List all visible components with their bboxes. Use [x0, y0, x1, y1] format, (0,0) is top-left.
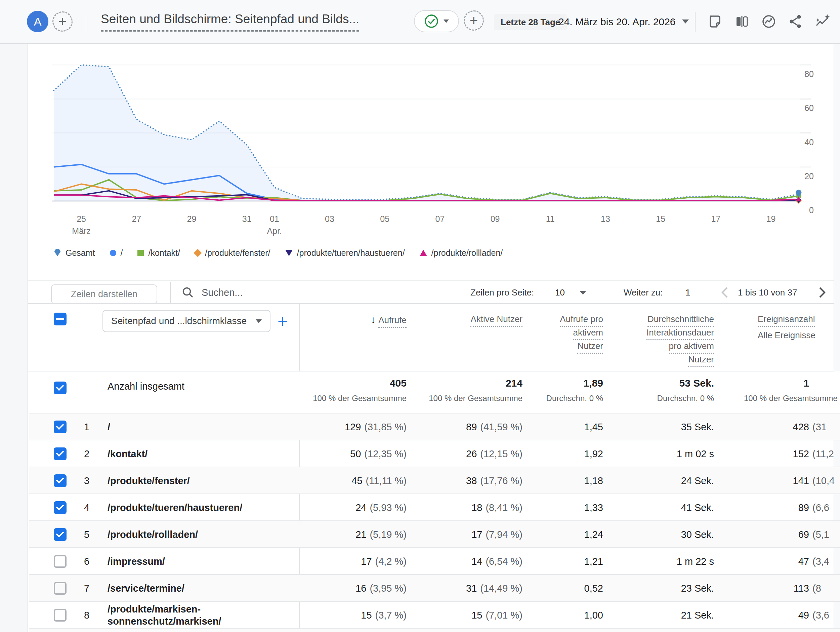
svg-text:80: 80: [804, 69, 814, 79]
cell-aufrufe: 129(31,85 %): [345, 413, 407, 440]
chevron-down-icon[interactable]: [682, 19, 689, 24]
cell-aktive-nutzer: 15(7,01 %): [471, 602, 523, 629]
cell-ereignisanzahl: 113(8: [794, 575, 809, 602]
row-path: /service/termine/: [107, 575, 272, 602]
divider: [87, 13, 87, 31]
search-field[interactable]: Suchen...: [182, 284, 243, 301]
search-placeholder: Suchen...: [202, 284, 243, 301]
plot-rows-button[interactable]: Zeilen darstellen: [51, 284, 157, 304]
column-header-ereignisanzahl[interactable]: Ereignisanzahl Alle Ereignisse: [758, 314, 834, 344]
cell-aufrufe: 50(12,35 %): [350, 440, 407, 467]
previous-page-icon[interactable]: [719, 286, 731, 299]
cell-ereignisanzahl: 47(3,4: [798, 548, 809, 575]
row-checkbox[interactable]: [54, 609, 66, 622]
row-path: /: [107, 413, 272, 440]
svg-text:29: 29: [187, 214, 197, 223]
cell-aufrufe-pro-nutzer: 0,52: [584, 575, 603, 602]
row-number: 8: [77, 602, 97, 629]
cell-aufrufe-pro-nutzer: 1,24: [584, 521, 603, 548]
row-checkbox[interactable]: [54, 501, 66, 514]
date-range-chip[interactable]: Letzte 28 Tage: [494, 14, 567, 30]
totals-aufrufe-sub: 100 % der Gesamtsumme: [313, 394, 407, 403]
share-icon[interactable]: [788, 13, 804, 30]
legend-label: /produkte/tueren/haustueren/: [297, 248, 405, 258]
chevron-down-icon[interactable]: [580, 291, 586, 295]
column-header-interaktionsdauer[interactable]: Durchschnittliche Interaktionsdauer pro …: [646, 314, 714, 368]
cell-aufrufe: 15(3,7 %): [361, 602, 407, 629]
diamond-marker-icon: [194, 249, 202, 257]
circle-marker-icon: [110, 250, 116, 256]
avatar[interactable]: A: [27, 11, 48, 32]
legend-item: /kontakt/: [137, 248, 180, 258]
check-circle-icon: [424, 14, 439, 29]
row-checkbox[interactable]: [54, 528, 66, 541]
row-path: /produkte/rollladen/: [107, 521, 272, 548]
column-header-aufrufe[interactable]: ↓Aufrufe: [371, 314, 407, 328]
totals-apn: 1,89: [584, 377, 603, 389]
totals-label: Anzahl insgesamt: [107, 371, 185, 401]
totals-checkbox[interactable]: [54, 382, 66, 394]
cell-aufrufe-pro-nutzer: 1,00: [584, 602, 603, 629]
dimension-select[interactable]: Seitenpfad und ...ldschirmklasse: [103, 310, 270, 332]
cell-aktive-nutzer: 26(12,15 %): [466, 440, 523, 467]
svg-text:15: 15: [656, 214, 665, 223]
row-checkbox[interactable]: [54, 582, 66, 595]
totals-row: Anzahl insgesamt 405 100 % der Gesamtsum…: [29, 371, 840, 413]
legend-item: /produkte/fenster/: [195, 248, 270, 258]
add-report-button[interactable]: +: [52, 11, 73, 32]
totals-nutzer-sub: 100 % der Gesamtsumme: [429, 394, 523, 403]
svg-text:März: März: [72, 226, 91, 236]
next-page-icon[interactable]: [816, 286, 828, 299]
row-path: /kontakt/: [107, 440, 272, 467]
report-title[interactable]: Seiten und Bildschirme: Seitenpfad und B…: [101, 12, 359, 32]
legend-item: Gesamt: [54, 248, 95, 258]
select-all-checkbox[interactable]: [54, 313, 66, 325]
legend-item: /produkte/rollladen/: [420, 248, 503, 258]
rows-per-page-label: Zeilen pro Seite:: [471, 287, 534, 299]
column-header-aktive-nutzer[interactable]: Aktive Nutzer: [471, 314, 523, 328]
notes-icon[interactable]: [707, 13, 723, 30]
svg-text:20: 20: [804, 171, 814, 181]
add-dimension-button[interactable]: +: [278, 311, 287, 331]
row-checkbox[interactable]: [54, 421, 66, 433]
row-checkbox[interactable]: [54, 555, 66, 568]
triangle-down-marker-icon: [285, 250, 293, 256]
svg-text:Apr.: Apr.: [267, 226, 282, 236]
row-checkbox[interactable]: [54, 447, 66, 460]
date-range-value[interactable]: 24. März bis 20. Apr. 2026: [559, 16, 676, 28]
cell-aktive-nutzer: 31(14,49 %): [466, 575, 523, 602]
table-row: 5/produkte/rollladen/21(5,19 %)17(7,94 %…: [29, 520, 840, 547]
table-row: 4/produkte/tueren/haustueren/24(5,93 %)1…: [29, 494, 840, 520]
sparkline-insights-icon[interactable]: [815, 13, 831, 30]
totals-nutzer: 214: [506, 377, 523, 389]
cell-aufrufe-pro-nutzer: 1,33: [584, 494, 603, 521]
report-status-button[interactable]: [414, 10, 459, 32]
cell-aufrufe-pro-nutzer: 1,45: [584, 413, 603, 440]
row-number: 7: [77, 575, 97, 602]
chart-legend: Gesamt//kontakt//produkte/fenster//produ…: [54, 248, 503, 258]
legend-item: /produkte/tueren/haustueren/: [285, 248, 405, 258]
legend-item: /: [110, 248, 123, 258]
droplet-marker-icon: [54, 249, 61, 258]
cell-interaktionsdauer: 30 Sek.: [681, 521, 714, 548]
cell-interaktionsdauer: 35 Sek.: [681, 413, 714, 440]
rows-per-page-select[interactable]: 10: [555, 287, 565, 299]
cell-aufrufe: 16(3,95 %): [355, 575, 407, 602]
row-number: 3: [77, 467, 97, 494]
cell-aktive-nutzer: 89(41,59 %): [466, 413, 523, 440]
svg-text:09: 09: [491, 214, 500, 223]
totals-aufrufe: 405: [390, 377, 407, 389]
comparison-icon[interactable]: [734, 13, 750, 30]
svg-text:40: 40: [804, 138, 814, 147]
goto-page-input[interactable]: 1: [685, 287, 690, 299]
column-header-aufrufe-pro-nutzer[interactable]: Aufrufe pro aktivem Nutzer: [560, 314, 603, 354]
insights-icon[interactable]: [761, 13, 777, 30]
add-comparison-button[interactable]: +: [464, 10, 484, 30]
app-header: A + Seiten und Bildschirme: Seitenpfad u…: [0, 0, 840, 44]
table-row: 2/kontakt/50(12,35 %)26(12,15 %)1,921 m …: [29, 440, 840, 467]
row-checkbox[interactable]: [54, 474, 66, 487]
row-number: 4: [77, 494, 97, 521]
cell-aufrufe: 21(5,19 %): [355, 521, 407, 548]
svg-text:27: 27: [132, 214, 141, 223]
cell-aktive-nutzer: 18(8,41 %): [471, 494, 523, 521]
